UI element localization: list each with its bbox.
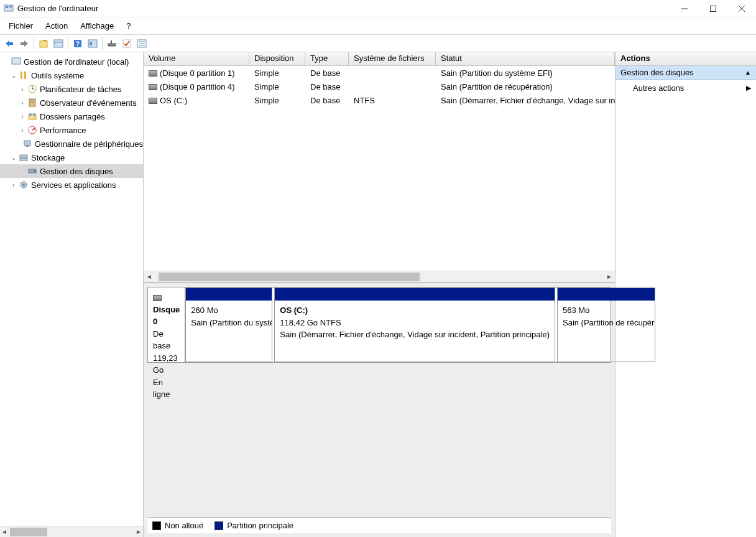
menu-help[interactable]: ? bbox=[120, 19, 137, 33]
tree-storage-label: Stockage bbox=[31, 153, 65, 162]
chevron-right-icon: ▶ bbox=[746, 84, 751, 92]
svg-rect-42 bbox=[20, 155, 27, 157]
tree-system-tools[interactable]: ⌄ Outils système bbox=[0, 68, 143, 82]
list-button[interactable] bbox=[135, 37, 149, 50]
svg-rect-2 bbox=[9, 6, 12, 7]
svg-rect-10 bbox=[21, 42, 25, 45]
tree-performance-label: Performance bbox=[40, 126, 86, 135]
tree-task-scheduler[interactable]: › Planificateur de tâches bbox=[0, 82, 143, 96]
tree-event-viewer[interactable]: › Observateur d'événements bbox=[0, 96, 143, 110]
svg-text:?: ? bbox=[76, 40, 80, 47]
svg-rect-4 bbox=[711, 6, 716, 11]
disk-icon bbox=[149, 84, 157, 90]
partition[interactable]: 260 Mo Sain (Partition du système EFI) bbox=[185, 287, 272, 362]
volume-horizontal-scrollbar[interactable]: ◄► bbox=[144, 271, 615, 282]
tree-device-manager-label: Gestionnaire de périphériques bbox=[35, 139, 143, 149]
properties-button[interactable] bbox=[37, 37, 50, 50]
legend: Non alloué Partition principale bbox=[147, 517, 611, 533]
svg-rect-13 bbox=[54, 40, 63, 47]
refresh-button[interactable] bbox=[105, 37, 119, 50]
tree-disk-management-label: Gestion des disques bbox=[40, 167, 113, 176]
maximize-button[interactable] bbox=[699, 0, 727, 17]
actions-section[interactable]: Gestion des disques ▲ bbox=[615, 66, 756, 80]
tree-root-label: Gestion de l'ordinateur (local) bbox=[24, 57, 129, 67]
svg-rect-18 bbox=[90, 42, 92, 45]
minimize-button[interactable] bbox=[670, 0, 699, 17]
volume-row[interactable]: (Disque 0 partition 4) Simple De base Sa… bbox=[144, 80, 615, 93]
disk-graphical-panel: Disque 0 De base 119,23 Go En ligne 260 … bbox=[144, 283, 615, 537]
nav-forward-button[interactable] bbox=[17, 37, 31, 50]
menu-view[interactable]: Affichage bbox=[74, 19, 120, 33]
menubar: Fichier Action Affichage ? bbox=[0, 17, 756, 35]
help-button[interactable]: ? bbox=[71, 37, 85, 50]
volume-table: Volume Disposition Type Système de fichi… bbox=[144, 52, 615, 283]
svg-rect-40 bbox=[24, 141, 30, 146]
svg-rect-8 bbox=[9, 42, 13, 45]
toolbar: ? bbox=[0, 35, 756, 52]
actions-header: Actions bbox=[615, 52, 756, 66]
app-icon bbox=[4, 4, 14, 14]
svg-rect-41 bbox=[26, 146, 29, 147]
check-button[interactable] bbox=[120, 37, 134, 50]
col-status[interactable]: Statut bbox=[436, 52, 615, 65]
view-button[interactable] bbox=[52, 37, 65, 50]
svg-point-45 bbox=[34, 170, 35, 172]
menu-file[interactable]: Fichier bbox=[2, 19, 39, 33]
nav-back-button[interactable] bbox=[2, 37, 16, 50]
tree-task-scheduler-label: Planificateur de tâches bbox=[40, 85, 122, 94]
titlebar: Gestion de l'ordinateur bbox=[0, 0, 756, 17]
svg-rect-28 bbox=[24, 72, 26, 79]
disk-icon bbox=[149, 98, 157, 104]
svg-point-47 bbox=[22, 184, 25, 186]
col-layout[interactable]: Disposition bbox=[249, 52, 305, 65]
tree-shared-folders[interactable]: › Dossiers partagés bbox=[0, 110, 143, 123]
tree-device-manager[interactable]: Gestionnaire de périphériques bbox=[0, 137, 143, 151]
col-volume[interactable]: Volume bbox=[144, 52, 249, 65]
actions-more[interactable]: Autres actions ▶ bbox=[615, 80, 756, 96]
tree-services-apps[interactable]: › Services et applications bbox=[0, 178, 143, 192]
legend-primary-swatch bbox=[214, 521, 223, 530]
collapse-icon: ▲ bbox=[745, 69, 751, 76]
svg-point-36 bbox=[29, 113, 32, 116]
tree-shared-folders-label: Dossiers partagés bbox=[40, 112, 105, 121]
svg-rect-1 bbox=[6, 6, 8, 8]
svg-rect-11 bbox=[40, 41, 47, 47]
disk-row[interactable]: Disque 0 De base 119,23 Go En ligne 260 … bbox=[147, 287, 611, 363]
tree-disk-management[interactable]: Gestion des disques bbox=[0, 164, 143, 178]
volume-row[interactable]: OS (C:) Simple De base NTFS Sain (Démarr… bbox=[144, 93, 615, 107]
tree-services-apps-label: Services et applications bbox=[31, 180, 116, 190]
volume-row[interactable]: (Disque 0 partition 1) Simple De base Sa… bbox=[144, 66, 615, 80]
col-fs[interactable]: Système de fichiers bbox=[349, 52, 436, 65]
settings-button[interactable] bbox=[86, 37, 99, 50]
tree-horizontal-scrollbar[interactable]: ◄► bbox=[0, 526, 143, 537]
tree-event-viewer-label: Observateur d'événements bbox=[40, 98, 137, 108]
svg-rect-27 bbox=[21, 72, 22, 79]
partition[interactable]: OS (C:) 118,42 Go NTFS Sain (Démarrer, F… bbox=[274, 287, 555, 362]
menu-action[interactable]: Action bbox=[39, 19, 74, 33]
svg-point-37 bbox=[33, 113, 35, 116]
disk-icon bbox=[149, 70, 157, 77]
window-title: Gestion de l'ordinateur bbox=[17, 4, 670, 13]
tree-root[interactable]: Gestion de l'ordinateur (local) bbox=[0, 55, 143, 68]
svg-rect-26 bbox=[12, 58, 21, 64]
actions-panel: Actions Gestion des disques ▲ Autres act… bbox=[615, 52, 756, 537]
volume-table-header: Volume Disposition Type Système de fichi… bbox=[144, 52, 615, 66]
tree-storage[interactable]: ⌄ Stockage bbox=[0, 151, 143, 164]
close-button[interactable] bbox=[727, 0, 756, 17]
svg-rect-19 bbox=[108, 44, 116, 46]
svg-rect-20 bbox=[111, 40, 112, 44]
legend-unallocated-swatch bbox=[152, 521, 161, 530]
svg-rect-43 bbox=[20, 158, 27, 161]
tree-performance[interactable]: › Performance bbox=[0, 123, 143, 137]
tree-system-tools-label: Outils système bbox=[31, 71, 84, 80]
disk-icon bbox=[153, 295, 162, 301]
disk-info: Disque 0 De base 119,23 Go En ligne bbox=[148, 287, 185, 362]
col-type[interactable]: Type bbox=[305, 52, 349, 65]
nav-tree: Gestion de l'ordinateur (local) ⌄ Outils… bbox=[0, 52, 144, 537]
